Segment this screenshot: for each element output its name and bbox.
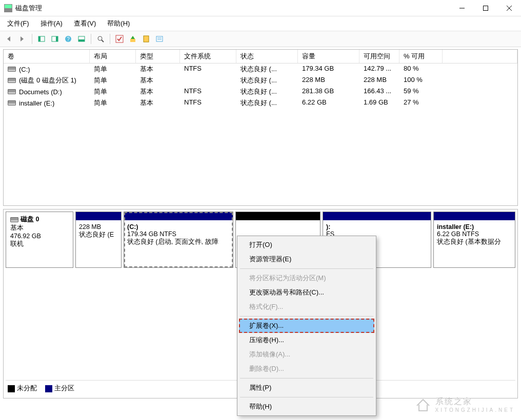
watermark: 系统之家 XITONGZHIJIA.NET: [415, 396, 515, 413]
minimize-button[interactable]: [450, 0, 474, 16]
cm-shrink[interactable]: 压缩卷(H)...: [239, 333, 374, 347]
watermark-main: 系统之家: [435, 396, 515, 407]
cm-mark-active: 将分区标记为活动分区(M): [239, 271, 374, 285]
table-row[interactable]: (磁盘 0 磁盘分区 1)简单基本状态良好 (...228 MB228 MB10…: [4, 75, 517, 86]
legend-unalloc: 未分配: [17, 384, 37, 392]
vol-name: (磁盘 0 磁盘分区 1): [19, 76, 76, 85]
drive-icon: [8, 78, 16, 83]
cm-explorer[interactable]: 资源管理器(E): [239, 252, 374, 266]
disk-status: 联机: [10, 240, 69, 248]
cm-props[interactable]: 属性(P): [239, 381, 374, 395]
menu-view[interactable]: 查看(V): [71, 17, 99, 30]
toolbar-icon-4[interactable]: [75, 33, 88, 45]
help-button[interactable]: ?: [62, 33, 74, 45]
vol-fs: NTFS: [180, 86, 236, 97]
vol-pct: 80 %: [399, 64, 443, 75]
search-icon[interactable]: [94, 33, 107, 45]
cm-extend[interactable]: 扩展卷(X)...: [239, 319, 374, 333]
house-icon: [415, 396, 431, 413]
col-capacity[interactable]: 容量: [298, 50, 359, 63]
vol-free: 166.43 ...: [359, 86, 399, 97]
cm-format: 格式化(F)...: [239, 300, 374, 314]
vol-type: 基本: [136, 86, 180, 97]
svg-rect-5: [38, 36, 41, 41]
col-type[interactable]: 类型: [136, 50, 180, 63]
up-arrow-icon[interactable]: [127, 33, 139, 45]
table-row[interactable]: installer (E:)简单基本NTFS状态良好 (...6.22 GB1.…: [4, 97, 517, 109]
vol-type: 基本: [136, 97, 180, 109]
partition-title: installer (E:): [437, 223, 512, 230]
vol-name: (C:): [19, 66, 30, 73]
vol-capacity: 281.38 GB: [298, 86, 359, 97]
vol-capacity: 228 MB: [298, 75, 359, 86]
menu-help[interactable]: 帮助(H): [104, 17, 133, 30]
vol-layout: 简单: [90, 86, 136, 97]
partition-title: ):: [326, 223, 428, 230]
partition[interactable]: 228 MB状态良好 (E: [75, 212, 122, 268]
menu-file[interactable]: 文件(F): [4, 17, 32, 30]
maximize-button[interactable]: [474, 0, 497, 16]
disk-info[interactable]: 磁盘 0 基本 476.92 GB 联机: [6, 212, 73, 268]
cm-help[interactable]: 帮助(H): [239, 400, 374, 414]
toolbar-icon-2[interactable]: [49, 33, 61, 45]
titlebar: 磁盘管理: [0, 0, 521, 16]
svg-line-13: [102, 40, 104, 42]
svg-rect-15: [130, 39, 135, 42]
vol-name: Documets (D:): [19, 88, 62, 96]
svg-rect-17: [156, 36, 163, 41]
col-status[interactable]: 状态: [236, 50, 298, 63]
vol-status: 状态良好 (...: [236, 97, 298, 109]
vol-layout: 简单: [90, 75, 136, 86]
close-button[interactable]: [497, 0, 521, 16]
forward-button[interactable]: [16, 33, 29, 45]
col-free[interactable]: 可用空间: [359, 50, 399, 63]
svg-rect-16: [144, 36, 149, 42]
disk-icon: [10, 217, 18, 222]
menu-action[interactable]: 操作(A): [37, 17, 66, 30]
table-row[interactable]: (C:)简单基本NTFS状态良好 (...179.34 GB142.79 ...…: [4, 64, 517, 75]
cm-mirror: 添加镜像(A)...: [239, 347, 374, 362]
toolbar: ?: [0, 31, 521, 47]
drive-icon: [8, 89, 16, 94]
partition-header: [434, 212, 515, 220]
partition-header: [323, 212, 431, 220]
col-fs[interactable]: 文件系统: [180, 50, 236, 63]
props-icon[interactable]: [153, 33, 166, 45]
col-volume[interactable]: 卷: [4, 50, 90, 63]
partition[interactable]: installer (E:)6.22 GB NTFS状态良好 (基本数据分: [433, 212, 515, 268]
legend-primary-swatch: [45, 385, 52, 392]
check-icon[interactable]: [113, 33, 126, 45]
svg-point-12: [98, 36, 102, 40]
vol-layout: 简单: [90, 97, 136, 109]
cm-open[interactable]: 打开(O): [239, 238, 374, 252]
partition-title: (C:): [127, 223, 230, 230]
back-button[interactable]: [3, 33, 15, 45]
partition[interactable]: (C:)179.34 GB NTFS状态良好 (启动, 页面文件, 故障: [124, 212, 233, 268]
vol-free: 142.79 ...: [359, 64, 399, 75]
doc-icon[interactable]: [140, 33, 152, 45]
toolbar-icon-1[interactable]: [35, 33, 48, 45]
vol-type: 基本: [136, 75, 180, 86]
partition-status: 状态良好 (启动, 页面文件, 故障: [127, 238, 230, 246]
table-row[interactable]: Documets (D:)简单基本NTFS状态良好 (...281.38 GB1…: [4, 86, 517, 97]
cm-delete: 删除卷(D)...: [239, 362, 374, 376]
vol-fs: [180, 75, 236, 86]
svg-rect-7: [56, 36, 58, 41]
vol-status: 状态良好 (...: [236, 86, 298, 97]
partition-status: 状态良好 (基本数据分: [437, 238, 512, 246]
partition-size: 6.22 GB NTFS: [437, 230, 512, 238]
partition-status: 状态良好 (E: [79, 230, 118, 239]
watermark-sub: XITONGZHIJIA.NET: [435, 407, 515, 413]
volume-table: 卷 布局 类型 文件系统 状态 容量 可用空间 % 可用 (C:)简单基本NTF…: [3, 49, 518, 206]
col-pct[interactable]: % 可用: [399, 50, 443, 63]
vol-status: 状态良好 (...: [236, 64, 298, 75]
app-icon: [4, 4, 12, 12]
vol-fs: NTFS: [180, 97, 236, 109]
cm-change-path[interactable]: 更改驱动器号和路径(C)...: [239, 285, 374, 300]
vol-layout: 简单: [90, 64, 136, 75]
svg-rect-11: [78, 39, 85, 41]
vol-free: 228 MB: [359, 75, 399, 86]
legend-primary: 主分区: [54, 384, 74, 392]
context-menu: 打开(O) 资源管理器(E) 将分区标记为活动分区(M) 更改驱动器号和路径(C…: [237, 236, 376, 416]
col-layout[interactable]: 布局: [90, 50, 136, 63]
